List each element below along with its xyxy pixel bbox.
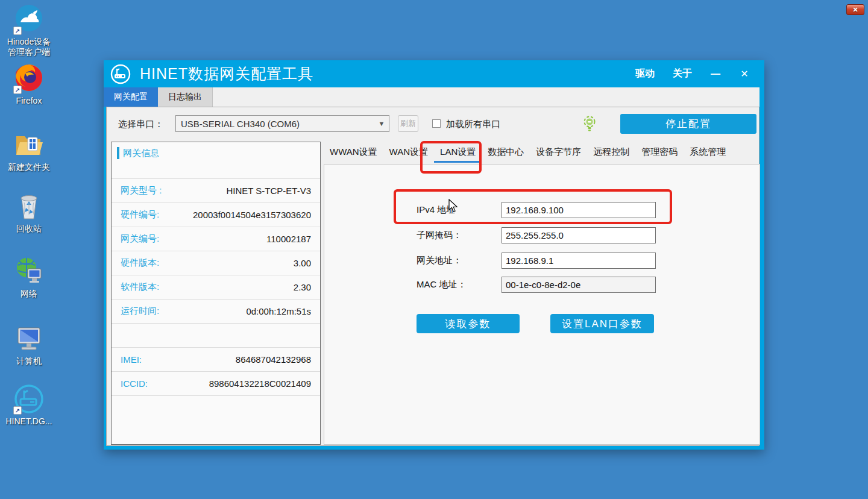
desktop-icon-label: 网络 bbox=[0, 289, 58, 299]
info-row-software-version: 软件版本: 2.30 bbox=[112, 275, 320, 299]
ipv4-address-label: IPv4 地址 bbox=[417, 204, 455, 216]
desktop-icon-label: 计算机 bbox=[0, 356, 58, 366]
info-row-hardware-id: 硬件编号: 20003f0014504e3157303620 bbox=[112, 202, 320, 227]
tab-wan-settings[interactable]: WAN设置 bbox=[383, 143, 434, 163]
gateway-address-label: 网关地址： bbox=[417, 255, 462, 266]
tab-wwan-settings[interactable]: WWAN设置 bbox=[324, 143, 383, 163]
serial-port-select[interactable]: USB-SERIAL CH340 (COM6) ▼ bbox=[175, 115, 389, 132]
serial-port-label: 选择串口： bbox=[118, 119, 163, 130]
tab-lan-settings[interactable]: LAN设置 bbox=[434, 143, 482, 163]
tab-gateway-config[interactable]: 网关配置 bbox=[104, 87, 158, 107]
desktop-icon-computer[interactable]: 计算机 bbox=[0, 323, 58, 366]
info-panel-separator bbox=[112, 395, 320, 396]
recycle-bin-icon bbox=[13, 213, 45, 224]
stop-config-button[interactable]: 停止配置 bbox=[620, 114, 756, 134]
computer-icon bbox=[13, 346, 45, 356]
desktop: ↗ Hinode设备 管理客户端 ↗ Firefox bbox=[0, 0, 868, 499]
info-row-model: 网关型号 : HINET S-TCP-ET-V3 bbox=[112, 178, 320, 202]
desktop-icon-label: 回收站 bbox=[0, 224, 58, 234]
settings-tab-bar: WWAN设置 WAN设置 LAN设置 数据中心 设备字节序 远程控制 管理密码 … bbox=[324, 143, 760, 164]
gateway-info-panel: 网关信息 网关型号 : HINET S-TCP-ET-V3 硬件编号: 2000… bbox=[111, 142, 321, 445]
desktop-icon-firefox[interactable]: ↗ Firefox bbox=[0, 63, 58, 106]
chevron-down-icon: ▼ bbox=[374, 120, 389, 127]
about-menu-button[interactable]: 关于 bbox=[673, 67, 692, 80]
desktop-icon-label: 新建文件夹 bbox=[0, 162, 58, 172]
header-accent-bar bbox=[117, 147, 119, 159]
serial-port-value: USB-SERIAL CH340 (COM6) bbox=[176, 119, 374, 129]
desktop-icon-recycle-bin[interactable]: 回收站 bbox=[0, 190, 58, 234]
refresh-button[interactable]: 刷新 bbox=[398, 115, 418, 132]
window-titlebar: HINET数据网关配置工具 驱动 关于 — ✕ bbox=[104, 60, 764, 87]
tab-remote-control[interactable]: 远程控制 bbox=[587, 143, 635, 163]
shortcut-arrow-icon: ↗ bbox=[13, 27, 22, 35]
load-all-ports-checkbox[interactable] bbox=[432, 119, 441, 128]
set-lan-params-button[interactable]: 设置LAN口参数 bbox=[550, 314, 654, 333]
status-bulb-icon bbox=[582, 116, 597, 133]
info-row-hardware-version: 硬件版本: 3.00 bbox=[112, 251, 320, 275]
app-window: HINET数据网关配置工具 驱动 关于 — ✕ 网关配置 日志输出 选择串口： … bbox=[104, 60, 764, 450]
shortcut-arrow-icon: ↗ bbox=[13, 86, 22, 94]
mac-address-label: MAC 地址： bbox=[417, 279, 467, 290]
info-row-iccid: ICCID: 898604132218C0021409 bbox=[112, 371, 320, 395]
mac-address-input[interactable] bbox=[502, 277, 656, 293]
info-row-uptime: 运行时间: 0d:00h:12m:51s bbox=[112, 299, 320, 323]
form-row-mac: MAC 地址： bbox=[324, 277, 760, 293]
info-row-empty bbox=[112, 323, 320, 347]
app-router-icon bbox=[110, 64, 131, 84]
network-icon bbox=[13, 278, 45, 289]
gateway-info-header: 网关信息 bbox=[112, 142, 320, 178]
form-row-ipv4: IPv4 地址 bbox=[324, 202, 760, 219]
subnet-mask-input[interactable] bbox=[502, 227, 656, 243]
lan-settings-panel: IPv4 地址 子网掩码： 网关地址： MAC 地址： 读取参数 设置LAN口参… bbox=[324, 164, 760, 445]
desktop-icon-label: Firefox bbox=[0, 96, 58, 106]
tab-byte-order[interactable]: 设备字节序 bbox=[530, 143, 587, 163]
info-row-gateway-id: 网关编号: 110002187 bbox=[112, 227, 320, 251]
read-params-button[interactable]: 读取参数 bbox=[417, 314, 520, 333]
form-row-gateway: 网关地址： bbox=[324, 253, 760, 269]
desktop-icon-label: Hinode设备 管理客户端 bbox=[0, 37, 58, 57]
ipv4-address-input[interactable] bbox=[502, 202, 656, 218]
desktop-icon-label: HINET.DG... bbox=[0, 416, 58, 427]
driver-menu-button[interactable]: 驱动 bbox=[635, 67, 655, 80]
tab-data-center[interactable]: 数据中心 bbox=[482, 143, 530, 163]
folder-icon bbox=[13, 152, 45, 162]
shortcut-arrow-icon: ↗ bbox=[13, 406, 22, 415]
desktop-icon-new-folder[interactable]: 新建文件夹 bbox=[0, 129, 58, 172]
close-button[interactable]: ✕ bbox=[739, 68, 750, 80]
window-title: HINET数据网关配置工具 bbox=[140, 64, 313, 84]
info-row-imei: IMEI: 864687042132968 bbox=[112, 347, 320, 371]
subnet-mask-label: 子网掩码： bbox=[417, 230, 462, 241]
desktop-icon-hinode-client[interactable]: ↗ Hinode设备 管理客户端 bbox=[0, 4, 58, 57]
remote-close-button[interactable]: ✕ bbox=[846, 4, 864, 15]
gateway-address-input[interactable] bbox=[502, 253, 656, 269]
tab-log-output[interactable]: 日志输出 bbox=[158, 87, 213, 107]
window-content: 选择串口： USB-SERIAL CH340 (COM6) ▼ 刷新 加载所有串… bbox=[106, 107, 760, 446]
tab-system-management[interactable]: 系统管理 bbox=[684, 143, 732, 163]
load-all-ports-label: 加载所有串口 bbox=[446, 119, 500, 130]
desktop-icon-network[interactable]: 网络 bbox=[0, 256, 58, 299]
minimize-button[interactable]: — bbox=[710, 69, 721, 80]
tab-admin-password[interactable]: 管理密码 bbox=[635, 143, 684, 163]
gateway-info-title: 网关信息 bbox=[123, 148, 159, 159]
form-row-netmask: 子网掩码： bbox=[324, 227, 760, 244]
main-tab-bar: 网关配置 日志输出 bbox=[104, 87, 213, 107]
desktop-icon-hinet-dg[interactable]: ↗ HINET.DG... bbox=[0, 383, 58, 427]
